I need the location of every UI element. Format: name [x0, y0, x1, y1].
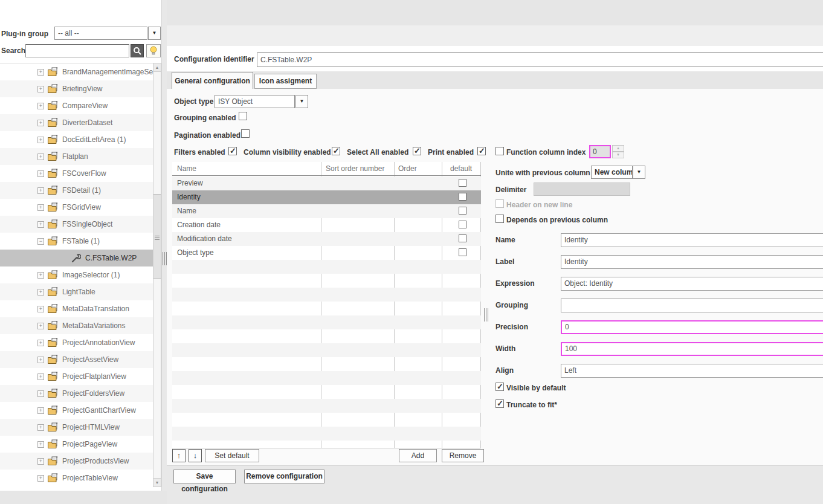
table-row[interactable]: [172, 399, 481, 413]
move-down-button[interactable]: ↓: [189, 449, 202, 462]
tree-item[interactable]: + ProjectFoldersView: [0, 385, 153, 402]
default-checkbox[interactable]: [459, 221, 466, 228]
panel-splitter[interactable]: [161, 0, 167, 491]
tree-item[interactable]: + BriefingView: [0, 80, 153, 97]
expand-toggle-icon[interactable]: +: [37, 170, 44, 177]
select-all-checkbox[interactable]: ✓: [413, 147, 421, 155]
table-row[interactable]: [172, 315, 481, 329]
detail-field-input[interactable]: Identity: [561, 233, 823, 247]
expand-toggle-icon[interactable]: +: [37, 323, 44, 329]
pagination-enabled-checkbox[interactable]: [241, 129, 250, 138]
remove-button[interactable]: Remove: [442, 449, 484, 462]
expand-toggle-icon[interactable]: +: [37, 272, 44, 279]
expand-toggle-icon[interactable]: +: [37, 441, 44, 448]
expand-toggle-icon[interactable]: +: [37, 357, 44, 363]
tree-item[interactable]: + Flatplan: [0, 148, 153, 165]
grouping-enabled-checkbox[interactable]: [239, 112, 247, 120]
filters-enabled-checkbox[interactable]: ✓: [228, 147, 237, 155]
expand-toggle-icon[interactable]: +: [37, 187, 44, 194]
tree-item[interactable]: + ProjectHTMLView: [0, 419, 153, 436]
table-row[interactable]: Identity: [172, 190, 481, 204]
table-row[interactable]: Creation date: [172, 218, 481, 232]
expand-toggle-icon[interactable]: +: [37, 289, 44, 296]
table-row[interactable]: [172, 427, 481, 441]
tree-item[interactable]: + ImageSelector (1): [0, 267, 153, 283]
tree-item[interactable]: + ProjectAnnotationView: [0, 334, 153, 351]
table-row[interactable]: [172, 371, 481, 385]
scroll-down-icon[interactable]: ▼: [153, 478, 161, 486]
object-type-select[interactable]: ISY Object ▼: [215, 95, 308, 108]
table-row[interactable]: Name: [172, 204, 481, 218]
table-row[interactable]: [172, 302, 481, 315]
scroll-up-icon[interactable]: ▲: [153, 63, 161, 72]
tree-item[interactable]: − FSTable (1): [0, 233, 153, 250]
default-checkbox[interactable]: [459, 248, 466, 256]
table-row[interactable]: [172, 357, 481, 371]
expand-toggle-icon[interactable]: +: [37, 137, 44, 143]
detail-field-input[interactable]: [561, 299, 823, 312]
expand-toggle-icon[interactable]: +: [37, 458, 44, 465]
table-row[interactable]: [172, 385, 481, 399]
tree-item[interactable]: + DocEditLeftArea (1): [0, 131, 153, 148]
tree-item[interactable]: + MetaDataVariations: [0, 317, 153, 334]
tree-scrollbar[interactable]: ▲ ▼: [153, 63, 161, 487]
table-row[interactable]: Modification date: [172, 232, 481, 246]
tree-item[interactable]: + FSCoverFlow: [0, 165, 153, 182]
move-up-button[interactable]: ↑: [172, 449, 186, 462]
tree-item[interactable]: + ProjectPageView: [0, 436, 153, 453]
search-input[interactable]: [25, 44, 129, 57]
set-default-button[interactable]: Set default: [205, 449, 259, 462]
default-checkbox[interactable]: [459, 234, 466, 242]
tree-item[interactable]: + FSSingleObject: [0, 216, 153, 233]
table-row[interactable]: [172, 343, 481, 357]
default-checkbox[interactable]: [459, 193, 466, 201]
detail-field-input[interactable]: Object: Identity: [561, 277, 823, 291]
expand-toggle-icon[interactable]: +: [37, 424, 44, 431]
table-row[interactable]: Object type: [172, 246, 481, 260]
table-row[interactable]: [172, 329, 481, 343]
tree-item[interactable]: + CompareView: [0, 97, 153, 114]
chevron-down-icon[interactable]: ▼: [633, 166, 645, 179]
expand-toggle-icon[interactable]: +: [37, 103, 44, 109]
tree-item[interactable]: + LightTable: [0, 283, 153, 300]
tab-icon-assigment[interactable]: Icon assigment: [254, 74, 317, 89]
table-row[interactable]: [172, 260, 481, 274]
spinner-up-icon[interactable]: ▲: [612, 145, 624, 152]
expand-toggle-icon[interactable]: +: [37, 221, 44, 228]
detail-field-input[interactable]: Identity: [561, 255, 823, 269]
detail-field-input[interactable]: Left: [561, 364, 823, 378]
default-checkbox[interactable]: [459, 207, 466, 215]
plugin-group-select[interactable]: -- all -- ▼: [54, 27, 161, 40]
expand-toggle-icon[interactable]: +: [37, 475, 44, 482]
expand-toggle-icon[interactable]: +: [37, 306, 44, 312]
chevron-down-icon[interactable]: ▼: [148, 27, 161, 40]
configuration-identifier-input[interactable]: C.FSTable.W2P: [257, 53, 823, 67]
expand-toggle-icon[interactable]: +: [37, 390, 44, 397]
search-button[interactable]: [131, 44, 144, 57]
tab-general-configuration[interactable]: General configuration: [172, 72, 253, 89]
tree-item[interactable]: + ProjectProductsView: [0, 453, 153, 470]
spinner-down-icon[interactable]: ▼: [612, 152, 624, 158]
expand-toggle-icon[interactable]: −: [37, 238, 44, 245]
expand-toggle-icon[interactable]: +: [37, 153, 44, 160]
tree-item[interactable]: + FSGridView: [0, 199, 153, 216]
detail-field-input[interactable]: 100: [561, 342, 823, 356]
hint-button[interactable]: [146, 44, 161, 57]
tree-item[interactable]: + ProjectFlatplanView: [0, 368, 153, 385]
tree-item[interactable]: + C.FSTable.W2P: [0, 250, 153, 267]
tree-scrollbar-thumb[interactable]: [153, 194, 161, 279]
remove-configuration-button[interactable]: Remove configuration: [244, 470, 324, 483]
expand-toggle-icon[interactable]: +: [37, 69, 44, 76]
table-row[interactable]: [172, 288, 481, 302]
details-splitter-grip-icon[interactable]: [484, 308, 489, 321]
function-column-checkbox[interactable]: [495, 147, 504, 155]
save-configuration-button[interactable]: Save configuration: [173, 470, 236, 483]
table-row[interactable]: [172, 413, 481, 427]
tree-item[interactable]: + DiverterDataset: [0, 114, 153, 131]
column-visibility-checkbox[interactable]: ✓: [332, 147, 340, 155]
detail-field-input[interactable]: 0: [561, 320, 823, 334]
tree-item[interactable]: + FSDetail (1): [0, 182, 153, 199]
add-button[interactable]: Add: [399, 449, 437, 462]
expand-toggle-icon[interactable]: +: [37, 340, 44, 346]
expand-toggle-icon[interactable]: +: [37, 204, 44, 211]
